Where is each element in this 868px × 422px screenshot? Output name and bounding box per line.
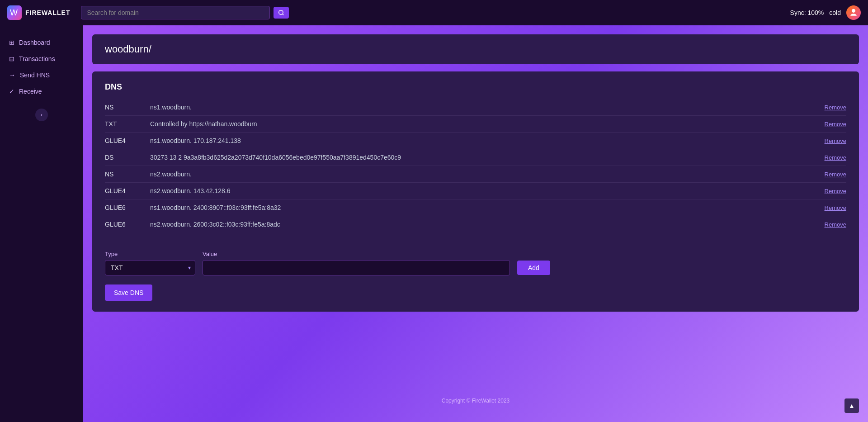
send-icon: →	[9, 71, 15, 79]
search-area	[81, 6, 289, 19]
dns-title: DNS	[105, 82, 846, 92]
header-right: Sync: 100% cold	[790, 5, 861, 20]
dns-record-row: GLUE4 ns1.woodburn. 170.187.241.138 Remo…	[105, 133, 846, 149]
dns-record-row: GLUE6 ns2.woodburn. 2600:3c02::f03c:93ff…	[105, 216, 846, 232]
dns-card: DNS NS ns1.woodburn. Remove TXT Controll…	[92, 71, 859, 312]
value-form-group: Value	[203, 251, 510, 275]
value-label: Value	[203, 251, 510, 257]
dns-record-type: GLUE4	[105, 187, 150, 194]
dns-select-wrap: TXTNSAAAAACNAMEMXDSGLUE4GLUE6 ▾	[105, 260, 195, 275]
add-button[interactable]: Add	[517, 261, 550, 275]
sidebar-toggle-button[interactable]: ‹	[35, 109, 48, 121]
sidebar-item-send-hns[interactable]: → Send HNS	[0, 67, 83, 83]
scroll-top-button[interactable]: ▲	[844, 398, 859, 413]
dns-record-row: TXT Controlled by https://nathan.woodbur…	[105, 116, 846, 133]
dns-record-value: ns2.woodburn. 2600:3c02::f03c:93ff:fe5a:…	[150, 221, 817, 228]
type-form-group: Type TXTNSAAAAACNAMEMXDSGLUE4GLUE6 ▾	[105, 251, 195, 275]
save-dns-button[interactable]: Save DNS	[105, 284, 152, 301]
svg-line-3	[283, 14, 284, 15]
dns-record-row: NS ns2.woodburn. Remove	[105, 166, 846, 183]
dns-record-type: GLUE4	[105, 137, 150, 144]
logo-text: FIREWALLET	[25, 9, 70, 16]
dns-records-list: NS ns1.woodburn. Remove TXT Controlled b…	[105, 99, 846, 232]
dns-record-row: NS ns1.woodburn. Remove	[105, 99, 846, 116]
avatar-icon	[849, 8, 858, 17]
dashboard-icon: ⊞	[9, 39, 14, 46]
collapse-icon: ‹	[41, 112, 42, 118]
dns-record-type: NS	[105, 104, 150, 111]
logo-icon: W	[7, 5, 22, 20]
dns-record-type: DS	[105, 154, 150, 161]
user-label: cold	[829, 9, 841, 16]
search-input[interactable]	[81, 6, 270, 19]
sync-status: Sync: 100%	[790, 9, 824, 16]
dns-record-type: TXT	[105, 120, 150, 128]
remove-button[interactable]: Remove	[825, 104, 846, 111]
dns-record-value: ns1.woodburn.	[150, 104, 817, 111]
footer: Copyright © FireWallet 2023	[92, 389, 859, 413]
search-icon	[278, 9, 284, 16]
dns-record-value: 30273 13 2 9a3a8fb3d625d2a2073d740f10da6…	[150, 154, 817, 161]
domain-name: woodburn/	[105, 43, 151, 55]
sidebar-item-label: Receive	[19, 88, 42, 95]
remove-button[interactable]: Remove	[825, 171, 846, 178]
domain-card: woodburn/	[92, 34, 859, 64]
receive-icon: ✓	[9, 88, 14, 95]
svg-point-2	[279, 10, 283, 14]
sidebar-item-label: Transactions	[19, 55, 55, 62]
transactions-icon: ⊟	[9, 55, 14, 62]
main-layout: ⊞ Dashboard ⊟ Transactions → Send HNS ✓ …	[0, 25, 868, 422]
dns-add-form: Type TXTNSAAAAACNAMEMXDSGLUE4GLUE6 ▾ Val…	[105, 243, 846, 275]
remove-button[interactable]: Remove	[825, 121, 846, 128]
sidebar-item-receive[interactable]: ✓ Receive	[0, 83, 83, 100]
copyright-text: Copyright © FireWallet 2023	[442, 398, 509, 404]
dns-record-row: GLUE4 ns2.woodburn. 143.42.128.6 Remove	[105, 183, 846, 199]
dns-record-type: NS	[105, 171, 150, 178]
dns-record-row: DS 30273 13 2 9a3a8fb3d625d2a2073d740f10…	[105, 149, 846, 166]
sidebar-item-label: Send HNS	[20, 71, 50, 79]
remove-button[interactable]: Remove	[825, 138, 846, 144]
dns-type-select[interactable]: TXTNSAAAAACNAMEMXDSGLUE4GLUE6	[105, 260, 195, 275]
sidebar-item-label: Dashboard	[19, 39, 50, 46]
dns-record-row: GLUE6 ns1.woodburn. 2400:8907::f03c:93ff…	[105, 199, 846, 216]
sidebar: ⊞ Dashboard ⊟ Transactions → Send HNS ✓ …	[0, 25, 83, 422]
remove-button[interactable]: Remove	[825, 188, 846, 194]
search-button[interactable]	[274, 7, 289, 19]
type-label: Type	[105, 251, 195, 257]
remove-button[interactable]: Remove	[825, 204, 846, 211]
dns-record-value: ns1.woodburn. 2400:8907::f03c:93ff:fe5a:…	[150, 204, 817, 211]
remove-button[interactable]: Remove	[825, 221, 846, 228]
dns-record-value: ns1.woodburn. 170.187.241.138	[150, 137, 817, 144]
dns-record-type: GLUE6	[105, 204, 150, 211]
dns-record-type: GLUE6	[105, 221, 150, 228]
dns-record-value: Controlled by https://nathan.woodburn	[150, 120, 817, 128]
avatar[interactable]	[846, 5, 861, 20]
dns-record-value: ns2.woodburn.	[150, 171, 817, 178]
logo: W FIREWALLET	[7, 5, 70, 20]
svg-text:W: W	[10, 8, 18, 17]
dns-value-input[interactable]	[203, 260, 510, 275]
remove-button[interactable]: Remove	[825, 154, 846, 161]
main-content: woodburn/ DNS NS ns1.woodburn. Remove TX…	[83, 25, 868, 422]
header: W FIREWALLET Sync: 100% cold	[0, 0, 868, 25]
sidebar-item-transactions[interactable]: ⊟ Transactions	[0, 51, 83, 67]
scroll-top-icon: ▲	[849, 402, 855, 409]
dns-record-value: ns2.woodburn. 143.42.128.6	[150, 187, 817, 194]
sidebar-item-dashboard[interactable]: ⊞ Dashboard	[0, 34, 83, 51]
